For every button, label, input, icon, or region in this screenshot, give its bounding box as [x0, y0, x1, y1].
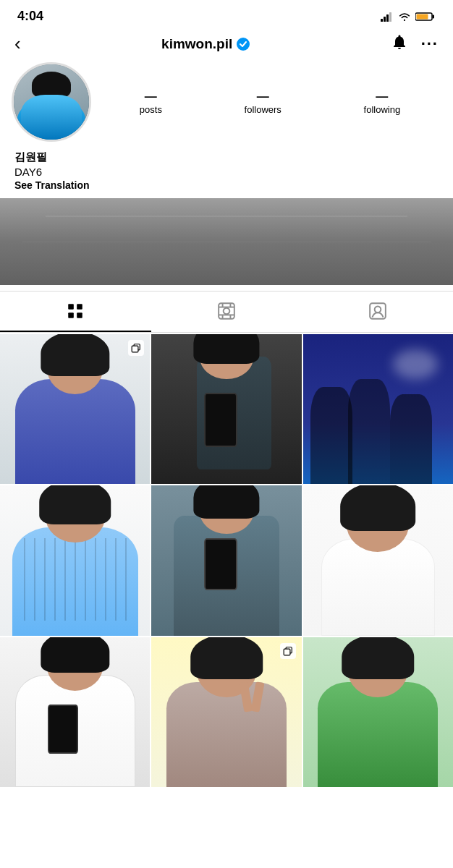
photo-grid: [0, 334, 453, 787]
svg-rect-23: [284, 649, 290, 655]
svg-point-13: [224, 308, 230, 315]
signal-icon: [381, 12, 394, 22]
tagged-icon: [368, 302, 387, 320]
back-button[interactable]: ‹: [14, 33, 21, 55]
bio-display-name: 김원필: [14, 150, 439, 164]
grid-icon: [66, 302, 85, 320]
grid-cell-6[interactable]: [303, 485, 453, 635]
notification-bell-icon[interactable]: [391, 33, 408, 55]
svg-rect-0: [381, 19, 383, 22]
verified-icon: [237, 38, 250, 51]
followers-count: —: [257, 90, 269, 104]
profile-avatar: [12, 62, 91, 142]
grid-cell-9[interactable]: [303, 637, 453, 787]
followers-stat[interactable]: — followers: [245, 90, 281, 115]
svg-point-7: [237, 38, 250, 51]
svg-rect-11: [77, 312, 82, 318]
username-text: kimwon.pil: [161, 36, 232, 52]
status-bar: 4:04: [0, 0, 453, 27]
bio-group: DAY6: [14, 166, 439, 178]
multi-post-badge-8: [280, 643, 296, 659]
wifi-icon: [398, 12, 411, 22]
grid-cell-4[interactable]: [0, 485, 150, 635]
svg-rect-12: [219, 303, 234, 319]
following-label: following: [364, 104, 401, 115]
profile-bio: 김원필 DAY6 See Translation: [0, 148, 453, 198]
posts-stat[interactable]: — posts: [140, 90, 162, 115]
tab-grid[interactable]: [0, 292, 151, 332]
svg-rect-5: [433, 14, 435, 18]
story-banner: [0, 198, 453, 285]
posts-count: —: [145, 90, 157, 104]
username-area: kimwon.pil: [161, 36, 250, 52]
more-options-icon[interactable]: ···: [421, 35, 439, 54]
grid-cell-7[interactable]: [0, 637, 150, 787]
svg-rect-10: [69, 312, 75, 318]
multi-post-badge-1: [128, 340, 144, 356]
svg-rect-6: [417, 14, 428, 19]
following-stat[interactable]: — following: [364, 90, 401, 115]
svg-rect-2: [386, 14, 389, 22]
grid-cell-5[interactable]: [151, 485, 301, 635]
grid-cell-2[interactable]: [151, 334, 301, 484]
svg-rect-9: [77, 304, 82, 310]
battery-icon: [415, 12, 436, 22]
status-time: 4:04: [17, 9, 43, 24]
tab-tagged[interactable]: [302, 292, 453, 332]
grid-cell-3[interactable]: [303, 334, 453, 484]
reels-icon: [217, 302, 236, 320]
profile-header: ‹ kimwon.pil ···: [0, 27, 453, 59]
svg-rect-3: [389, 12, 391, 22]
followers-label: followers: [245, 104, 281, 115]
svg-point-21: [374, 307, 381, 313]
svg-rect-22: [132, 346, 138, 352]
following-count: —: [376, 90, 388, 104]
grid-cell-8[interactable]: [151, 637, 301, 787]
grid-cell-1[interactable]: [0, 334, 150, 484]
tab-bar: [0, 291, 453, 333]
svg-rect-8: [69, 304, 75, 310]
header-actions: ···: [391, 33, 439, 55]
tab-reels[interactable]: [151, 292, 302, 332]
svg-rect-1: [384, 17, 386, 22]
see-translation-button[interactable]: See Translation: [14, 179, 439, 191]
status-icons: [381, 12, 436, 22]
posts-label: posts: [140, 104, 162, 115]
